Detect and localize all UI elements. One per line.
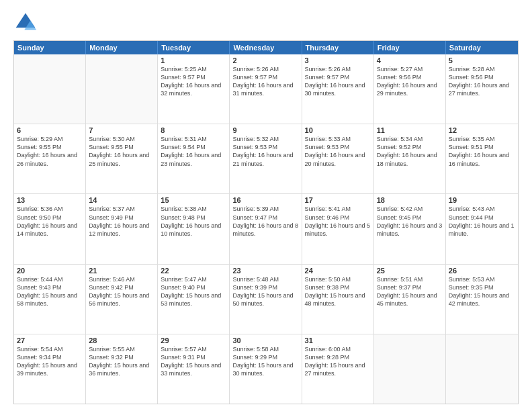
empty-cell [374, 334, 446, 404]
day-number: 19 [449, 196, 515, 204]
day-number: 8 [161, 126, 226, 134]
day-info: Sunrise: 5:51 AM Sunset: 9:37 PM Dayligh… [377, 275, 443, 308]
day-info: Sunrise: 5:58 AM Sunset: 9:29 PM Dayligh… [232, 345, 298, 378]
day-cell-1: 1Sunrise: 5:25 AM Sunset: 9:57 PM Daylig… [158, 54, 230, 124]
day-info: Sunrise: 5:35 AM Sunset: 9:51 PM Dayligh… [449, 135, 515, 168]
day-info: Sunrise: 5:47 AM Sunset: 9:40 PM Dayligh… [161, 275, 226, 308]
day-cell-14: 14Sunrise: 5:37 AM Sunset: 9:49 PM Dayli… [86, 194, 158, 263]
day-number: 18 [377, 196, 443, 204]
day-cell-28: 28Sunrise: 5:55 AM Sunset: 9:32 PM Dayli… [86, 334, 158, 404]
calendar-row-2: 6Sunrise: 5:29 AM Sunset: 9:55 PM Daylig… [14, 124, 518, 193]
day-number: 31 [305, 336, 371, 345]
empty-cell [446, 334, 518, 404]
day-cell-4: 4Sunrise: 5:27 AM Sunset: 9:56 PM Daylig… [374, 54, 446, 124]
day-number: 13 [17, 196, 83, 204]
calendar-header: SundayMondayTuesdayWednesdayThursdayFrid… [14, 41, 518, 54]
day-number: 23 [232, 267, 298, 275]
day-cell-17: 17Sunrise: 5:41 AM Sunset: 9:46 PM Dayli… [302, 194, 374, 263]
day-info: Sunrise: 5:33 AM Sunset: 9:53 PM Dayligh… [305, 135, 371, 168]
day-number: 24 [305, 267, 371, 275]
day-number: 11 [377, 126, 443, 134]
calendar-row-3: 13Sunrise: 5:36 AM Sunset: 9:50 PM Dayli… [14, 193, 518, 263]
day-cell-31: 31Sunrise: 6:00 AM Sunset: 9:28 PM Dayli… [302, 334, 374, 404]
day-number: 14 [89, 196, 154, 204]
day-number: 20 [17, 267, 83, 275]
day-number: 25 [377, 267, 443, 275]
empty-cell [14, 54, 86, 124]
day-number: 9 [232, 126, 298, 134]
day-cell-2: 2Sunrise: 5:26 AM Sunset: 9:57 PM Daylig… [230, 54, 302, 124]
day-info: Sunrise: 5:44 AM Sunset: 9:43 PM Dayligh… [17, 275, 83, 308]
day-info: Sunrise: 5:50 AM Sunset: 9:38 PM Dayligh… [305, 275, 371, 308]
day-number: 4 [377, 56, 443, 64]
day-info: Sunrise: 5:39 AM Sunset: 9:47 PM Dayligh… [232, 205, 298, 238]
day-cell-22: 22Sunrise: 5:47 AM Sunset: 9:40 PM Dayli… [158, 265, 230, 334]
day-number: 17 [305, 196, 371, 204]
day-info: Sunrise: 5:26 AM Sunset: 9:57 PM Dayligh… [232, 65, 298, 98]
day-info: Sunrise: 5:29 AM Sunset: 9:55 PM Dayligh… [17, 135, 83, 168]
day-info: Sunrise: 5:43 AM Sunset: 9:44 PM Dayligh… [449, 205, 515, 238]
calendar-row-4: 20Sunrise: 5:44 AM Sunset: 9:43 PM Dayli… [14, 264, 518, 334]
day-info: Sunrise: 5:41 AM Sunset: 9:46 PM Dayligh… [305, 205, 371, 238]
day-cell-24: 24Sunrise: 5:50 AM Sunset: 9:38 PM Dayli… [302, 265, 374, 334]
day-number: 22 [161, 267, 226, 275]
day-number: 5 [449, 56, 515, 64]
day-number: 15 [161, 196, 226, 204]
day-cell-25: 25Sunrise: 5:51 AM Sunset: 9:37 PM Dayli… [374, 265, 446, 334]
calendar-row-1: 1Sunrise: 5:25 AM Sunset: 9:57 PM Daylig… [14, 54, 518, 124]
day-header-thursday: Thursday [302, 41, 374, 54]
day-cell-5: 5Sunrise: 5:28 AM Sunset: 9:56 PM Daylig… [446, 54, 518, 124]
day-number: 28 [89, 336, 154, 345]
day-cell-10: 10Sunrise: 5:33 AM Sunset: 9:53 PM Dayli… [302, 124, 374, 193]
logo [13, 11, 42, 35]
day-number: 21 [89, 267, 154, 275]
day-number: 27 [17, 336, 83, 345]
day-cell-9: 9Sunrise: 5:32 AM Sunset: 9:53 PM Daylig… [230, 124, 302, 193]
day-cell-16: 16Sunrise: 5:39 AM Sunset: 9:47 PM Dayli… [230, 194, 302, 263]
day-info: Sunrise: 5:48 AM Sunset: 9:39 PM Dayligh… [232, 275, 298, 308]
day-cell-13: 13Sunrise: 5:36 AM Sunset: 9:50 PM Dayli… [14, 194, 86, 263]
day-cell-12: 12Sunrise: 5:35 AM Sunset: 9:51 PM Dayli… [446, 124, 518, 193]
day-info: Sunrise: 5:31 AM Sunset: 9:54 PM Dayligh… [161, 135, 226, 168]
day-cell-26: 26Sunrise: 5:53 AM Sunset: 9:35 PM Dayli… [446, 265, 518, 334]
header [13, 11, 519, 35]
day-cell-30: 30Sunrise: 5:58 AM Sunset: 9:29 PM Dayli… [230, 334, 302, 404]
day-cell-27: 27Sunrise: 5:54 AM Sunset: 9:34 PM Dayli… [14, 334, 86, 404]
page: SundayMondayTuesdayWednesdayThursdayFrid… [0, 0, 532, 411]
day-info: Sunrise: 5:57 AM Sunset: 9:31 PM Dayligh… [161, 345, 226, 378]
day-header-sunday: Sunday [14, 41, 86, 54]
day-info: Sunrise: 5:26 AM Sunset: 9:57 PM Dayligh… [305, 65, 371, 98]
day-cell-18: 18Sunrise: 5:42 AM Sunset: 9:45 PM Dayli… [374, 194, 446, 263]
calendar: SundayMondayTuesdayWednesdayThursdayFrid… [13, 40, 519, 404]
day-number: 2 [232, 56, 298, 64]
calendar-row-5: 27Sunrise: 5:54 AM Sunset: 9:34 PM Dayli… [14, 334, 518, 404]
day-info: Sunrise: 5:34 AM Sunset: 9:52 PM Dayligh… [377, 135, 443, 168]
day-cell-29: 29Sunrise: 5:57 AM Sunset: 9:31 PM Dayli… [158, 334, 230, 404]
day-header-wednesday: Wednesday [230, 41, 302, 54]
day-header-monday: Monday [86, 41, 158, 54]
day-info: Sunrise: 5:28 AM Sunset: 9:56 PM Dayligh… [449, 65, 515, 98]
day-cell-11: 11Sunrise: 5:34 AM Sunset: 9:52 PM Dayli… [374, 124, 446, 193]
day-info: Sunrise: 5:37 AM Sunset: 9:49 PM Dayligh… [89, 205, 154, 238]
day-cell-6: 6Sunrise: 5:29 AM Sunset: 9:55 PM Daylig… [14, 124, 86, 193]
day-number: 10 [305, 126, 371, 134]
day-cell-7: 7Sunrise: 5:30 AM Sunset: 9:55 PM Daylig… [86, 124, 158, 193]
day-header-tuesday: Tuesday [158, 41, 230, 54]
day-header-saturday: Saturday [446, 41, 518, 54]
day-header-friday: Friday [374, 41, 446, 54]
day-number: 6 [17, 126, 83, 134]
day-info: Sunrise: 5:55 AM Sunset: 9:32 PM Dayligh… [89, 345, 154, 378]
day-info: Sunrise: 5:38 AM Sunset: 9:48 PM Dayligh… [161, 205, 226, 238]
day-number: 12 [449, 126, 515, 134]
day-cell-20: 20Sunrise: 5:44 AM Sunset: 9:43 PM Dayli… [14, 265, 86, 334]
day-info: Sunrise: 5:53 AM Sunset: 9:35 PM Dayligh… [449, 275, 515, 308]
day-number: 16 [232, 196, 298, 204]
day-number: 1 [161, 56, 226, 64]
day-info: Sunrise: 5:25 AM Sunset: 9:57 PM Dayligh… [161, 65, 226, 98]
day-cell-23: 23Sunrise: 5:48 AM Sunset: 9:39 PM Dayli… [230, 265, 302, 334]
day-info: Sunrise: 5:27 AM Sunset: 9:56 PM Dayligh… [377, 65, 443, 98]
day-info: Sunrise: 5:42 AM Sunset: 9:45 PM Dayligh… [377, 205, 443, 238]
day-info: Sunrise: 5:30 AM Sunset: 9:55 PM Dayligh… [89, 135, 154, 168]
day-info: Sunrise: 6:00 AM Sunset: 9:28 PM Dayligh… [305, 345, 371, 378]
day-cell-3: 3Sunrise: 5:26 AM Sunset: 9:57 PM Daylig… [302, 54, 374, 124]
